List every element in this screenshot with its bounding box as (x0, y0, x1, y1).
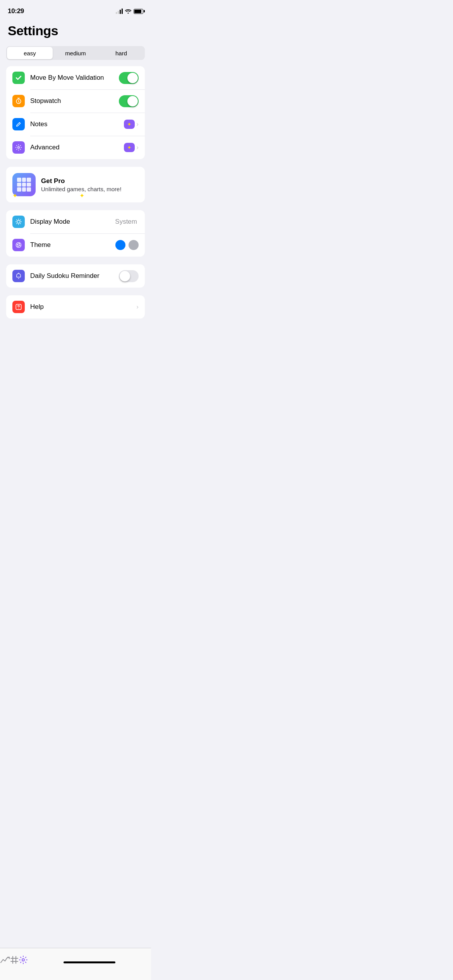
svg-point-9 (18, 308, 19, 309)
advanced-sparkle-icon: ✦ (127, 144, 132, 151)
move-validation-label: Move By Move Validation (30, 74, 119, 82)
sparkle-left-icon: ✦ (12, 192, 17, 199)
svg-point-2 (17, 220, 20, 223)
reminder-toggle[interactable] (119, 270, 139, 282)
display-settings-section: Display Mode System Theme (6, 210, 145, 257)
difficulty-segment[interactable]: easy medium hard (6, 46, 145, 60)
get-pro-title: Get Pro (41, 177, 122, 185)
status-icons (116, 9, 143, 14)
advanced-row[interactable]: Advanced ✦ › (6, 136, 145, 159)
theme-row[interactable]: Theme (6, 233, 145, 257)
signal-bars-icon (116, 9, 123, 14)
sparkle-decoration: ✦ ✦ (12, 192, 139, 199)
help-icon (12, 301, 25, 313)
notes-row[interactable]: Notes ✦ › (6, 113, 145, 136)
reminder-icon (12, 270, 25, 282)
reminder-label: Daily Sudoku Reminder (30, 272, 119, 280)
game-settings-section: Move By Move Validation Stopwatch (6, 66, 145, 159)
theme-dots[interactable] (115, 240, 139, 250)
display-mode-value: System (115, 218, 137, 226)
help-row[interactable]: Help › (6, 295, 145, 319)
stopwatch-toggle[interactable] (119, 95, 139, 107)
reminder-row[interactable]: Daily Sudoku Reminder (6, 264, 145, 288)
notes-chevron-icon: › (136, 120, 139, 128)
theme-dot-gray[interactable] (129, 240, 139, 250)
get-pro-text: Get Pro Unlimited games, charts, more! (41, 177, 122, 192)
stopwatch-icon (12, 95, 25, 107)
segment-easy[interactable]: easy (7, 47, 53, 59)
help-chevron-icon: › (136, 303, 139, 311)
status-time: 10:29 (8, 7, 24, 15)
svg-point-4 (17, 244, 18, 245)
advanced-icon (12, 141, 25, 154)
get-pro-card[interactable]: Get Pro Unlimited games, charts, more! ✦… (6, 167, 145, 202)
move-validation-row[interactable]: Move By Move Validation (6, 66, 145, 89)
notes-sparkle-icon: ✦ (127, 121, 132, 127)
status-bar: 10:29 (0, 0, 151, 19)
display-mode-label: Display Mode (30, 218, 115, 226)
advanced-label: Advanced (30, 144, 124, 151)
sudoku-grid-icon (17, 178, 31, 192)
help-section: Help › (6, 295, 145, 319)
move-validation-toggle[interactable] (119, 72, 139, 84)
theme-icon (12, 239, 25, 251)
get-pro-description: Unlimited games, charts, more! (41, 186, 122, 192)
advanced-chevron-icon: › (136, 144, 139, 151)
theme-label: Theme (30, 241, 115, 249)
wifi-icon (125, 9, 131, 14)
svg-point-7 (17, 246, 19, 247)
stopwatch-row[interactable]: Stopwatch (6, 89, 145, 113)
theme-dot-blue[interactable] (115, 240, 125, 250)
svg-point-5 (19, 243, 20, 244)
segment-medium[interactable]: medium (53, 47, 98, 59)
reminder-section: Daily Sudoku Reminder (6, 264, 145, 288)
help-label: Help (30, 303, 136, 311)
stopwatch-label: Stopwatch (30, 97, 119, 105)
move-validation-icon (12, 72, 25, 84)
notes-pro-badge: ✦ (124, 120, 135, 129)
svg-point-3 (16, 242, 21, 248)
svg-point-6 (19, 245, 21, 246)
sparkle-right-icon: ✦ (79, 192, 84, 199)
notes-label: Notes (30, 120, 124, 128)
page-title: Settings (0, 19, 151, 46)
display-mode-icon (12, 216, 25, 228)
battery-icon (134, 9, 143, 14)
advanced-pro-badge: ✦ (124, 143, 135, 152)
notes-icon (12, 118, 25, 130)
display-mode-row[interactable]: Display Mode System (6, 210, 145, 233)
svg-point-1 (18, 147, 20, 149)
segment-hard[interactable]: hard (98, 47, 144, 59)
